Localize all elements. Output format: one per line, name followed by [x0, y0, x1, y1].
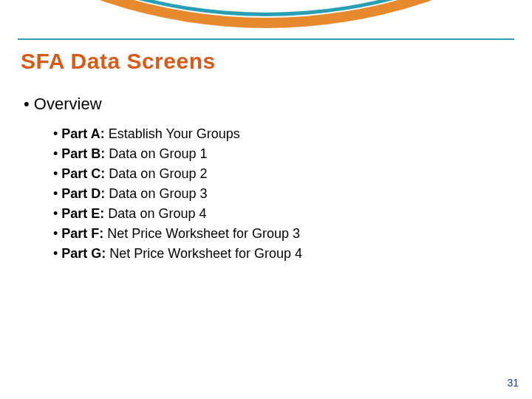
- part-label: Part A:: [61, 126, 104, 141]
- overview-item: Overview Part A: Establish Your Groups P…: [24, 95, 511, 264]
- header-rule: [18, 38, 514, 40]
- part-label: Part F:: [61, 226, 103, 241]
- part-text: Net Price Worksheet for Group 3: [107, 226, 300, 241]
- overview-label: Overview: [34, 95, 102, 113]
- list-item: Part A: Establish Your Groups: [53, 124, 511, 144]
- part-text: Data on Group 4: [108, 206, 206, 221]
- part-label: Part E:: [61, 206, 104, 221]
- list-item: Part F: Net Price Worksheet for Group 3: [53, 224, 511, 244]
- list-item: Part E: Data on Group 4: [53, 204, 511, 224]
- bullet-list-level2: Part A: Establish Your Groups Part B: Da…: [24, 124, 511, 264]
- list-item: Part C: Data on Group 2: [53, 164, 511, 184]
- list-item: Part D: Data on Group 3: [53, 184, 511, 204]
- content-area: Overview Part A: Establish Your Groups P…: [21, 95, 511, 264]
- list-item: Part G: Net Price Worksheet for Group 4: [53, 244, 511, 264]
- list-item: Part B: Data on Group 1: [53, 144, 511, 164]
- bullet-list-level1: Overview Part A: Establish Your Groups P…: [21, 95, 511, 264]
- header-arc-orange: [0, 0, 532, 28]
- part-label: Part D:: [61, 186, 105, 201]
- page-number: 31: [507, 377, 519, 389]
- page-title: SFA Data Screens: [21, 49, 216, 74]
- part-label: Part G:: [61, 246, 106, 261]
- part-text: Data on Group 2: [109, 166, 207, 181]
- part-label: Part C:: [61, 166, 105, 181]
- part-text: Establish Your Groups: [109, 126, 240, 141]
- part-text: Net Price Worksheet for Group 4: [109, 246, 302, 261]
- part-label: Part B:: [61, 146, 105, 161]
- part-text: Data on Group 3: [109, 186, 207, 201]
- slide: SFA Data Screens Overview Part A: Establ…: [0, 0, 532, 399]
- part-text: Data on Group 1: [109, 146, 207, 161]
